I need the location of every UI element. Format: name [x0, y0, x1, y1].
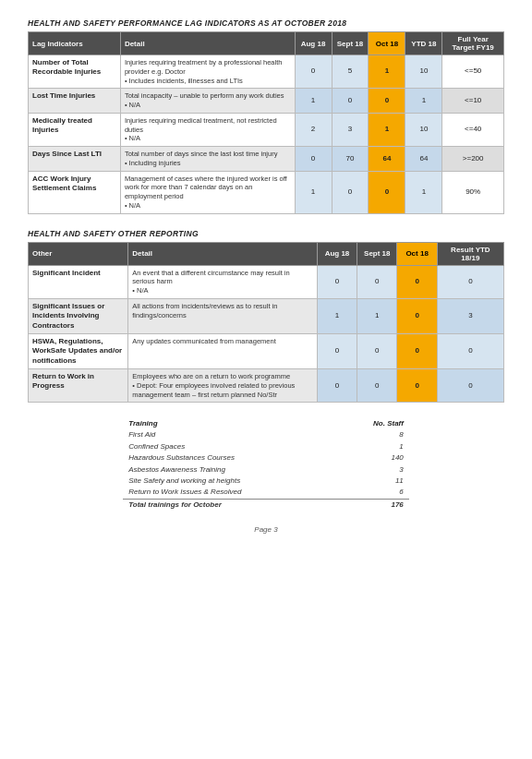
lag-indicator-cell: Medically treated Injuries: [29, 113, 121, 146]
lag-header-sept: Sept 18: [332, 32, 369, 55]
other-detail-cell: Employees who are on a return to work pr…: [128, 369, 318, 403]
lag-detail-cell: Total number of days since the last lost…: [120, 147, 295, 172]
lag-oct-cell: 0: [369, 171, 405, 213]
training-value-cell: 11: [337, 476, 408, 487]
training-col-header: No. Staff: [337, 417, 408, 429]
other-table-row: Significant Incident An event that a dif…: [29, 265, 504, 298]
lag-header-ytd: YTD 18: [405, 32, 442, 55]
other-table-row: Return to Work in Progress Employees who…: [29, 369, 504, 403]
lag-table-row: Number of Total Recordable Injuries Inju…: [29, 55, 504, 89]
training-section: Training No. Staff First Aid 8 Confined …: [28, 417, 504, 511]
lag-indicator-cell: Number of Total Recordable Injuries: [29, 55, 121, 89]
lag-indicator-cell: ACC Work Injury Settlement Claims: [29, 171, 121, 213]
other-oct-cell: 0: [397, 298, 437, 333]
lag-sept-cell: 70: [332, 147, 369, 172]
other-section: Health and Safety Other Reporting Other …: [28, 229, 504, 404]
other-result-cell: 0: [437, 265, 503, 298]
lag-target-cell: <=10: [442, 89, 504, 114]
lag-aug-cell: 2: [295, 113, 332, 146]
lag-aug-cell: 0: [295, 55, 332, 89]
other-oct-cell: 0: [397, 369, 437, 403]
lag-sept-cell: 0: [332, 171, 369, 213]
other-header-result: Result YTD 18/19: [437, 242, 503, 265]
lag-detail-cell: Management of cases where the injured wo…: [120, 171, 295, 213]
page-number: Page 3: [28, 525, 504, 534]
training-table-row: First Aid 8: [123, 429, 409, 440]
lag-table-row: Lost Time Injuries Total incapacity – un…: [29, 89, 504, 114]
training-name-cell: First Aid: [123, 429, 337, 440]
other-detail-cell: An event that a different circumstance m…: [128, 265, 318, 298]
lag-ytd-cell: 64: [405, 147, 442, 172]
lag-target-cell: <=40: [442, 113, 504, 146]
lag-ytd-cell: 1: [405, 89, 442, 114]
training-value-cell: 8: [337, 429, 408, 440]
training-table-row: Hazardous Substances Courses 140: [123, 452, 409, 464]
other-aug-cell: 0: [317, 369, 357, 403]
other-table: Other Detail Aug 18 Sept 18 Oct 18 Resul…: [28, 242, 504, 404]
lag-oct-cell: 64: [369, 147, 405, 172]
other-header-oct: Oct 18: [397, 242, 437, 265]
other-table-row: HSWA, Regulations, WorkSafe Updates and/…: [29, 333, 504, 368]
lag-target-cell: >=200: [442, 147, 504, 172]
lag-aug-cell: 1: [295, 89, 332, 114]
other-sept-cell: 0: [357, 369, 397, 403]
training-table-row: Confined Spaces 1: [123, 441, 409, 452]
lag-target-cell: <=50: [442, 55, 504, 89]
lag-oct-cell: 1: [369, 113, 405, 146]
lag-sept-cell: 5: [332, 55, 369, 89]
other-aug-cell: 1: [317, 298, 357, 333]
other-indicator-cell: Significant Issues or Incidents Involvin…: [29, 298, 128, 333]
training-table-row: Asbestos Awareness Training 3: [123, 464, 409, 476]
lag-ytd-cell: 1: [405, 171, 442, 213]
training-name-cell: Hazardous Substances Courses: [123, 452, 337, 464]
other-header-indicator: Other: [29, 242, 128, 265]
lag-header-oct: Oct 18: [369, 32, 405, 55]
training-table: Training No. Staff First Aid 8 Confined …: [123, 417, 409, 511]
training-table-row: Return to Work Issues & Resolved 6: [123, 487, 409, 499]
other-result-cell: 0: [437, 369, 503, 403]
other-result-cell: 0: [437, 333, 503, 368]
lag-sept-cell: 3: [332, 113, 369, 146]
lag-table: Lag Indicators Detail Aug 18 Sept 18 Oct…: [28, 31, 504, 214]
lag-oct-cell: 1: [369, 55, 405, 89]
training-value-cell: 140: [337, 452, 408, 464]
lag-sept-cell: 0: [332, 89, 369, 114]
lag-section-title: Health and Safety Performance Lag Indica…: [28, 18, 504, 28]
lag-section: Health and Safety Performance Lag Indica…: [28, 18, 504, 214]
lag-oct-cell: 0: [369, 89, 405, 114]
training-name-cell: Asbestos Awareness Training: [123, 464, 337, 476]
other-indicator-cell: HSWA, Regulations, WorkSafe Updates and/…: [29, 333, 128, 368]
other-aug-cell: 0: [317, 333, 357, 368]
lag-target-cell: 90%: [442, 171, 504, 213]
other-header-aug: Aug 18: [317, 242, 357, 265]
lag-detail-cell: Injuries requiring medical treatment, no…: [120, 113, 295, 146]
lag-indicator-cell: Days Since Last LTI: [29, 147, 121, 172]
lag-table-row: ACC Work Injury Settlement Claims Manage…: [29, 171, 504, 213]
training-total-value: 176: [337, 499, 408, 511]
other-sept-cell: 0: [357, 265, 397, 298]
lag-header-indicator: Lag Indicators: [29, 32, 121, 55]
other-result-cell: 3: [437, 298, 503, 333]
training-value-cell: 3: [337, 464, 408, 476]
other-header-detail: Detail: [128, 242, 318, 265]
lag-ytd-cell: 10: [405, 55, 442, 89]
other-detail-cell: Any updates communicated from management: [128, 333, 318, 368]
other-sept-cell: 0: [357, 333, 397, 368]
other-indicator-cell: Return to Work in Progress: [29, 369, 128, 403]
lag-header-aug: Aug 18: [295, 32, 332, 55]
other-table-row: Significant Issues or Incidents Involvin…: [29, 298, 504, 333]
lag-detail-cell: Injuries requiring treatment by a profes…: [120, 55, 295, 89]
other-aug-cell: 0: [317, 265, 357, 298]
other-header-sept: Sept 18: [357, 242, 397, 265]
lag-aug-cell: 1: [295, 171, 332, 213]
lag-header-target: Full Year Target FY19: [442, 32, 504, 55]
other-oct-cell: 0: [397, 265, 437, 298]
lag-detail-cell: Total incapacity – unable to perform any…: [120, 89, 295, 114]
training-value-cell: 6: [337, 487, 408, 499]
lag-header-detail: Detail: [120, 32, 295, 55]
training-name-cell: Return to Work Issues & Resolved: [123, 487, 337, 499]
other-sept-cell: 1: [357, 298, 397, 333]
other-oct-cell: 0: [397, 333, 437, 368]
training-name-cell: Confined Spaces: [123, 441, 337, 452]
training-label: Training: [123, 417, 337, 429]
